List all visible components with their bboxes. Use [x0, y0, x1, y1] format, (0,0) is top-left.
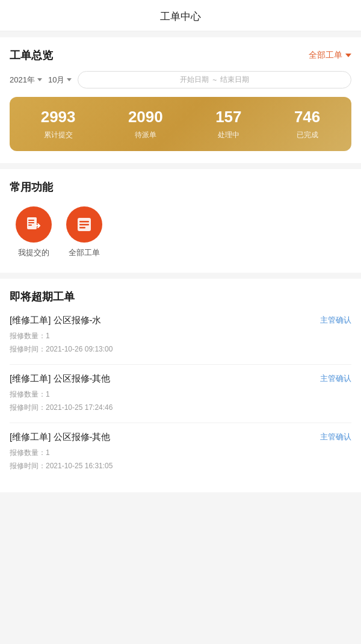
year-label: 2021年 [10, 75, 35, 85]
feature-label: 我提交的 [18, 247, 49, 258]
month-chevron-icon [67, 78, 72, 81]
stats-box: 2993 累计提交 2090 待派单 157 处理中 746 已完成 [10, 97, 351, 151]
overview-title: 工单总览 [10, 48, 53, 63]
stat-number: 157 [215, 108, 241, 126]
stat-item: 2993 累计提交 [41, 108, 76, 140]
month-select[interactable]: 10月 [48, 75, 72, 85]
svg-rect-7 [79, 227, 85, 229]
feature-item[interactable]: 我提交的 [16, 206, 52, 258]
work-order-top: [维修工单] 公区报修-水 主管确认 [10, 315, 351, 326]
svg-rect-2 [28, 222, 34, 223]
work-order-status[interactable]: 主管确认 [320, 315, 351, 326]
orders-list: [维修工单] 公区报修-水 主管确认 报修数量：1 报修时间：2021-10-2… [10, 306, 351, 481]
end-date-placeholder: 结束日期 [220, 75, 249, 85]
stat-number: 746 [294, 108, 320, 126]
year-select[interactable]: 2021年 [10, 75, 42, 85]
svg-rect-6 [79, 224, 89, 226]
svg-rect-1 [28, 220, 34, 221]
overview-header: 工单总览 全部工单 [10, 48, 351, 63]
work-order-meta: 报修数量：1 报修时间：2021-10-26 09:13:00 [10, 330, 351, 356]
start-date-placeholder: 开始日期 [180, 75, 209, 85]
work-order-status[interactable]: 主管确认 [320, 432, 351, 442]
time-info: 报修时间：2021-10-25 17:24:46 [10, 401, 351, 415]
work-order-item[interactable]: [维修工单] 公区报修-其他 主管确认 报修数量：1 报修时间：2021-10-… [10, 365, 351, 423]
filter-row: 2021年 10月 开始日期 ~ 结束日期 [10, 71, 351, 88]
feature-item[interactable]: 全部工单 [66, 206, 102, 258]
stat-label: 待派单 [135, 131, 156, 139]
work-order-top: [维修工单] 公区报修-其他 主管确认 [10, 373, 351, 385]
work-order-status[interactable]: 主管确认 [320, 373, 351, 384]
feature-icon [66, 206, 102, 243]
time-info: 报修时间：2021-10-26 09:13:00 [10, 343, 351, 356]
work-order-title: [维修工单] 公区报修-水 [10, 315, 102, 326]
all-orders-label: 全部工单 [309, 50, 342, 61]
features-grid: 我提交的 全部工单 [10, 206, 351, 258]
work-order-item[interactable]: [维修工单] 公区报修-其他 主管确认 报修数量：1 报修时间：2021-10-… [10, 423, 351, 481]
stat-number: 2993 [41, 108, 76, 126]
expiring-section: 即将超期工单 [维修工单] 公区报修-水 主管确认 报修数量：1 报修时间：20… [0, 279, 361, 492]
stat-label: 处理中 [218, 131, 239, 139]
stat-label: 已完成 [297, 131, 318, 139]
stat-item: 746 已完成 [294, 108, 320, 140]
quantity-info: 报修数量：1 [10, 447, 351, 460]
svg-rect-5 [79, 221, 89, 223]
month-label: 10月 [48, 75, 64, 85]
page-title: 工单中心 [0, 0, 361, 31]
date-range-picker[interactable]: 开始日期 ~ 结束日期 [78, 71, 351, 88]
stat-item: 2090 待派单 [128, 108, 163, 140]
stat-label: 累计提交 [44, 131, 73, 139]
features-title: 常用功能 [10, 180, 351, 194]
quantity-info: 报修数量：1 [10, 388, 351, 401]
work-order-title: [维修工单] 公区报修-其他 [10, 432, 111, 443]
overview-section: 工单总览 全部工单 2021年 10月 开始日期 ~ 结束日期 2993 累计提… [0, 37, 361, 163]
work-order-item[interactable]: [维修工单] 公区报修-水 主管确认 报修数量：1 报修时间：2021-10-2… [10, 306, 351, 365]
features-section: 常用功能 我提交的 全部工单 [0, 169, 361, 273]
work-order-meta: 报修数量：1 报修时间：2021-10-25 16:31:05 [10, 447, 351, 472]
time-info: 报修时间：2021-10-25 16:31:05 [10, 460, 351, 473]
feature-icon [16, 206, 52, 243]
all-orders-link[interactable]: 全部工单 [309, 50, 351, 61]
stat-number: 2090 [128, 108, 163, 126]
quantity-info: 报修数量：1 [10, 330, 351, 343]
chevron-down-icon [345, 54, 351, 57]
work-order-meta: 报修数量：1 报修时间：2021-10-25 17:24:46 [10, 388, 351, 414]
year-chevron-icon [37, 78, 42, 81]
stat-item: 157 处理中 [215, 108, 241, 140]
work-order-top: [维修工单] 公区报修-其他 主管确认 [10, 432, 351, 443]
expiring-title: 即将超期工单 [10, 289, 351, 304]
feature-label: 全部工单 [69, 247, 100, 258]
svg-rect-3 [28, 224, 32, 226]
date-tilde: ~ [212, 76, 217, 84]
work-order-title: [维修工单] 公区报修-其他 [10, 373, 111, 385]
